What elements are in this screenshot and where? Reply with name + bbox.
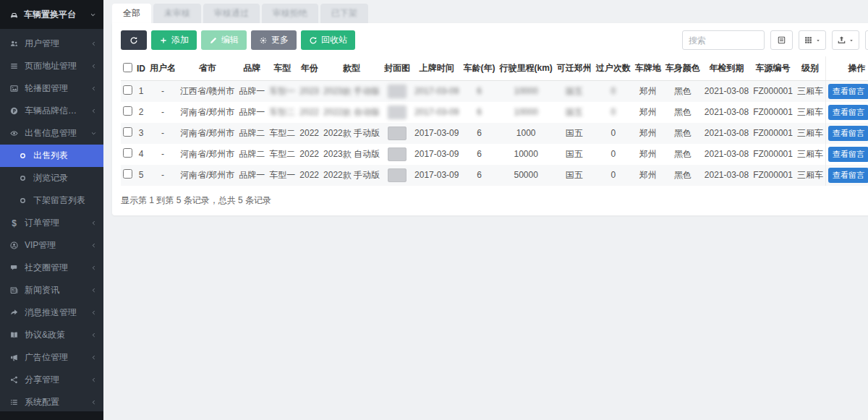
view-messages-button[interactable]: 查看留言 bbox=[828, 126, 868, 141]
cell-actions: 查看留言 bbox=[825, 123, 868, 144]
detail-view-button[interactable] bbox=[770, 30, 793, 50]
recycle-bin-button[interactable]: 回收站 bbox=[301, 30, 355, 50]
view-messages-button[interactable]: 查看留言 bbox=[828, 84, 868, 99]
cell-cover bbox=[382, 144, 412, 165]
row-checkbox[interactable] bbox=[123, 106, 132, 116]
tab-removed[interactable]: 已下架 bbox=[320, 4, 368, 23]
sidebar-item-ad-slot-management[interactable]: 广告位管理 bbox=[0, 346, 103, 369]
sidebar-item-label: 社交圈管理 bbox=[25, 262, 85, 274]
tab-rejected[interactable]: 审核拒绝 bbox=[262, 4, 318, 23]
cell-province: 河南省/郑州市 bbox=[178, 165, 237, 186]
cell-province: 河南省/郑州市 bbox=[178, 102, 237, 123]
cell-trim: 2022款 手动版 bbox=[321, 123, 382, 144]
tab-approved[interactable]: 审核通过 bbox=[203, 4, 260, 23]
cell-mileage: 10000 bbox=[497, 102, 554, 123]
cell-level: 三厢车 bbox=[795, 123, 826, 144]
dollar-icon: $ bbox=[9, 218, 19, 228]
sidebar-item-label: 轮播图管理 bbox=[25, 82, 85, 95]
columns-button[interactable] bbox=[799, 30, 826, 50]
card-view-icon bbox=[777, 35, 786, 45]
config-icon bbox=[9, 398, 19, 407]
sidebar-item-page-address-management[interactable]: 页面地址管理 bbox=[0, 55, 103, 77]
circle-icon bbox=[18, 196, 27, 205]
cell-mileage: 10000 bbox=[497, 144, 554, 165]
sidebar-item-share-management[interactable]: 分享管理 bbox=[0, 369, 103, 391]
sidebar-item-label: 分享管理 bbox=[25, 374, 85, 386]
cell-trim: 2023款 手动版 bbox=[321, 81, 382, 102]
cell-model: 车型一 bbox=[267, 165, 297, 186]
car-icon bbox=[9, 10, 19, 20]
sidebar-item-vip-management[interactable]: VIP管理 bbox=[0, 234, 103, 257]
cell-transfers: 0 bbox=[594, 144, 633, 165]
row-checkbox[interactable] bbox=[123, 85, 132, 95]
cell-id: 5 bbox=[135, 165, 148, 186]
edit-button-label: 编辑 bbox=[221, 34, 239, 46]
search-input[interactable] bbox=[682, 30, 765, 50]
row-checkbox[interactable] bbox=[123, 169, 132, 179]
row-checkbox[interactable] bbox=[123, 127, 132, 137]
cell-inspection: 2021-03-08 bbox=[702, 81, 751, 102]
sidebar-item-user-management[interactable]: 用户管理 bbox=[0, 33, 103, 55]
sidebar-item-system-config[interactable]: 系统配置 bbox=[0, 391, 103, 411]
tab-all[interactable]: 全部 bbox=[112, 4, 151, 23]
sidebar-item-news-management[interactable]: 新闻资讯 bbox=[0, 279, 103, 301]
sidebar-item-agreement-policy[interactable]: 协议&政策 bbox=[0, 324, 103, 346]
column-header: 封面图 bbox=[382, 56, 412, 81]
add-button[interactable]: 添加 bbox=[151, 30, 197, 50]
sidebar-subitem-browse-history[interactable]: 浏览记录 bbox=[0, 167, 103, 189]
cell-year: 2022 bbox=[297, 165, 321, 186]
export-button[interactable] bbox=[832, 30, 859, 50]
more-button[interactable]: 更多 bbox=[251, 30, 297, 50]
view-messages-button[interactable]: 查看留言 bbox=[828, 105, 868, 120]
sidebar-item-carousel-management[interactable]: 轮播图管理 bbox=[0, 77, 103, 100]
column-header: 款型 bbox=[321, 56, 382, 81]
sidebar-item-vehicle-brand-info-management[interactable]: 车辆品牌信息管理 bbox=[0, 100, 103, 122]
status-tabbar: 全部未审核审核通过审核拒绝已下架 bbox=[112, 0, 868, 23]
column-header: 车型 bbox=[267, 56, 297, 81]
cell-username: - bbox=[148, 81, 178, 102]
cell-actions: 查看留言 bbox=[825, 102, 868, 123]
search-button[interactable] bbox=[865, 30, 868, 50]
add-button-label: 添加 bbox=[171, 34, 189, 46]
table-header-row: ID用户名省市品牌车型年份款型封面图上牌时间车龄(年)行驶里程(km)可迁郑州过… bbox=[121, 56, 868, 81]
circle-icon bbox=[18, 173, 27, 183]
edit-button[interactable]: 编辑 bbox=[201, 30, 247, 50]
cell-id: 1 bbox=[135, 81, 148, 102]
tab-label: 已下架 bbox=[331, 7, 357, 20]
sidebar-item-label: VIP管理 bbox=[25, 239, 85, 252]
cell-age: 6 bbox=[461, 81, 497, 102]
tab-label: 审核拒绝 bbox=[273, 7, 307, 20]
eye-icon bbox=[9, 129, 19, 138]
view-messages-button[interactable]: 查看留言 bbox=[828, 168, 868, 183]
table-row: 3-河南省/郑州市品牌二车型二20222022款 手动版2017-03-0961… bbox=[121, 123, 868, 144]
cell-username: - bbox=[148, 123, 178, 144]
cell-trim: 2022款 手动版 bbox=[321, 165, 382, 186]
cell-username: - bbox=[148, 102, 178, 123]
sidebar-item-order-management[interactable]: $订单管理 bbox=[0, 212, 103, 234]
cell-year: 2022 bbox=[297, 123, 321, 144]
cell-level: 三厢车 bbox=[795, 81, 826, 102]
cell-year: 2023 bbox=[297, 81, 321, 102]
tab-unreviewed[interactable]: 未审核 bbox=[153, 4, 201, 23]
records-summary: 显示第 1 到第 5 条记录，总共 5 条记录 bbox=[121, 194, 868, 207]
cell-username: - bbox=[148, 144, 178, 165]
chevron-left-icon bbox=[90, 220, 97, 226]
row-checkbox[interactable] bbox=[123, 148, 132, 158]
cover-image-placeholder bbox=[388, 106, 407, 119]
sidebar-subitem-label: 出售列表 bbox=[33, 150, 97, 162]
refresh-button[interactable] bbox=[121, 30, 147, 50]
caret-down-icon bbox=[815, 38, 821, 43]
sidebar-subitem-sale-list[interactable]: 出售列表 bbox=[0, 145, 103, 167]
sidebar-item-message-push-management[interactable]: 消息推送管理 bbox=[0, 301, 103, 324]
cell-cover bbox=[382, 102, 412, 123]
table-row: 4-河南省/郑州市品牌二车型二20222023款 自动版2017-03-0961… bbox=[121, 144, 868, 165]
select-all-checkbox[interactable] bbox=[123, 63, 132, 72]
chevron-left-icon bbox=[90, 309, 97, 316]
sidebar-subitem-removed-message-list[interactable]: 下架留言列表 bbox=[0, 189, 103, 212]
sidebar-item-social-circle-management[interactable]: 社交圈管理 bbox=[0, 257, 103, 279]
view-messages-button[interactable]: 查看留言 bbox=[828, 147, 868, 162]
sidebar-header[interactable]: 车辆置换平台 bbox=[0, 0, 103, 29]
cell-level: 三厢车 bbox=[795, 102, 826, 123]
sidebar-item-sale-info-management[interactable]: 出售信息管理 bbox=[0, 122, 103, 145]
cell-brand: 品牌一 bbox=[237, 102, 267, 123]
